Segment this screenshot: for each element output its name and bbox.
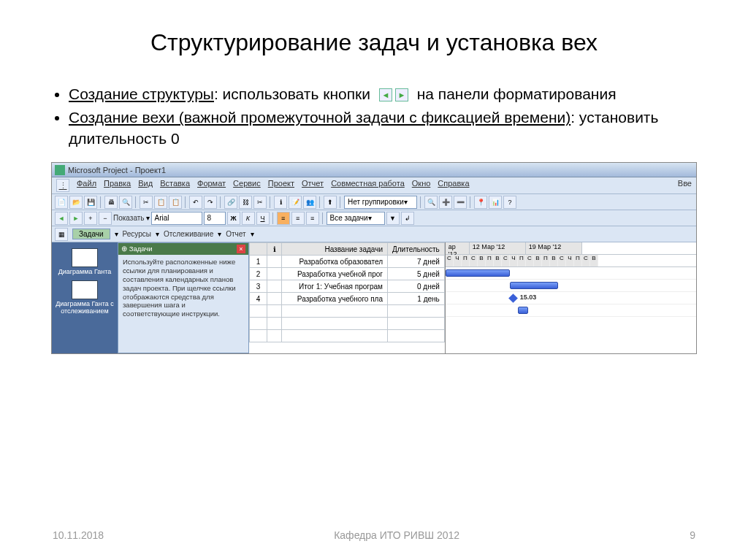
filter-dropdown[interactable]: Все задачи ▾ bbox=[327, 212, 385, 225]
table-row: 4Разработка учебного пла1 день bbox=[250, 293, 445, 305]
menu-view[interactable]: Вид bbox=[138, 179, 153, 192]
entry-field-label: Вве bbox=[678, 179, 692, 192]
indent-icon: ► bbox=[395, 88, 408, 101]
menubar-handle-icon: ⋮ bbox=[56, 179, 69, 192]
help-header: ⊕ Задачи × bbox=[118, 243, 248, 255]
size-dropdown[interactable]: 8 bbox=[204, 212, 226, 225]
menu-tools[interactable]: Сервис bbox=[233, 179, 261, 192]
titlebar-text: Microsoft Project - Проект1 bbox=[68, 166, 166, 174]
gantt-week-3: 19 Мар '12 bbox=[526, 242, 582, 254]
paste-icon[interactable]: 📋 bbox=[169, 196, 182, 209]
redo-icon[interactable]: ↷ bbox=[204, 196, 217, 209]
new-icon[interactable]: 📄 bbox=[55, 196, 68, 209]
help-icon[interactable]: ? bbox=[503, 196, 516, 209]
align-left-icon[interactable]: ≡ bbox=[277, 212, 290, 225]
help-body: Используйте расположенные ниже ссылки дл… bbox=[123, 258, 244, 318]
col-info: ℹ bbox=[267, 243, 282, 256]
assign-icon[interactable]: 👥 bbox=[303, 196, 316, 209]
excel-icon[interactable]: 📊 bbox=[489, 196, 502, 209]
copy-icon[interactable]: 📋 bbox=[154, 196, 167, 209]
help-title: Задачи bbox=[129, 245, 153, 253]
link-icon[interactable]: 🔗 bbox=[224, 196, 237, 209]
guide-bar: ▦ Задачи▾ Ресурсы▾ Отслеживание▾ Отчет▾ bbox=[52, 226, 696, 242]
grid-area: ℹ Название задачи Длительность 1Разработ… bbox=[249, 242, 696, 353]
indent-icons: ◄ ► bbox=[379, 88, 408, 101]
unlink-icon[interactable]: ⛓ bbox=[239, 196, 252, 209]
menu-project[interactable]: Проект bbox=[268, 179, 294, 192]
guide-tracking-button[interactable]: Отслеживание bbox=[164, 230, 213, 238]
zoom-icon[interactable]: 🔍 bbox=[424, 196, 438, 209]
gantt-week-1: ар '12 bbox=[446, 242, 470, 254]
info-icon[interactable]: ℹ bbox=[274, 196, 287, 209]
slide-footer: 10.11.2018 Кафедра ИТО РИВШ 2012 9 bbox=[0, 529, 748, 541]
save-icon[interactable]: 💾 bbox=[84, 196, 97, 209]
menu-collab[interactable]: Совместная работа bbox=[331, 179, 405, 192]
bullet-1-underline: Создание структуры bbox=[69, 85, 214, 102]
gantt-chart[interactable]: ар '12 12 Мар '12 19 Мар '12 СЧПСВПВСЧПС… bbox=[446, 242, 696, 353]
footer-center: Кафедра ИТО РИВШ 2012 bbox=[334, 529, 459, 541]
show-label[interactable]: Показать bbox=[113, 214, 145, 222]
menu-file[interactable]: Файл bbox=[77, 179, 96, 192]
bullet-1: Создание структуры: использовать кнопки … bbox=[69, 84, 697, 104]
standard-toolbar: 📄 📂 💾 🖶 🔍 ✂ 📋 📋 ↶ ↷ 🔗 ⛓ ✂ ℹ 📝 👥 ⬆ Нет г bbox=[52, 194, 696, 210]
underline-button[interactable]: Ч bbox=[256, 212, 270, 225]
col-rownum bbox=[250, 243, 267, 256]
goto-icon[interactable]: 📍 bbox=[474, 196, 487, 209]
wrap-icon[interactable]: ↲ bbox=[401, 212, 414, 225]
tracking-gantt-view-icon[interactable] bbox=[72, 280, 98, 299]
menu-format[interactable]: Формат bbox=[197, 179, 226, 192]
publish-icon[interactable]: ⬆ bbox=[324, 196, 337, 209]
titlebar: Microsoft Project - Проект1 bbox=[52, 163, 696, 177]
menu-report[interactable]: Отчет bbox=[302, 179, 324, 192]
menu-edit[interactable]: Правка bbox=[104, 179, 131, 192]
bullet-2-underline: Создание вехи (важной промежуточной зада… bbox=[69, 109, 570, 126]
gantt-week-2: 12 Мар '12 bbox=[470, 242, 526, 254]
tracking-gantt-view-label: Диаграмма Ганта с отслеживанием bbox=[55, 301, 115, 315]
align-center-icon[interactable]: ≡ bbox=[291, 212, 305, 225]
split-icon[interactable]: ✂ bbox=[253, 196, 267, 209]
gantt-bar-2[interactable] bbox=[510, 282, 558, 289]
open-icon[interactable]: 📂 bbox=[69, 196, 83, 209]
undo-icon[interactable]: ↶ bbox=[189, 196, 202, 209]
italic-button[interactable]: К bbox=[242, 212, 255, 225]
gantt-view-icon[interactable] bbox=[72, 248, 98, 267]
bullet-2: Создание вехи (важной промежуточной зада… bbox=[69, 107, 697, 149]
table-row: 2Разработка учебной прог5 дней bbox=[250, 268, 445, 280]
zoomin-icon[interactable]: ➕ bbox=[439, 196, 452, 209]
minus-icon[interactable]: − bbox=[99, 212, 112, 225]
guide-resources-button[interactable]: Ресурсы bbox=[123, 230, 151, 238]
gantt-bar-1[interactable] bbox=[446, 269, 510, 277]
task-grid[interactable]: ℹ Название задачи Длительность 1Разработ… bbox=[249, 242, 445, 342]
menu-window[interactable]: Окно bbox=[412, 179, 431, 192]
workspace: Диаграмма Ганта Диаграмма Ганта с отслеж… bbox=[52, 242, 696, 353]
table-row bbox=[250, 318, 445, 330]
preview-icon[interactable]: 🔍 bbox=[119, 196, 132, 209]
plus-icon[interactable]: + bbox=[84, 212, 97, 225]
gantt-milestone[interactable] bbox=[508, 294, 518, 303]
menu-insert[interactable]: Вставка bbox=[160, 179, 190, 192]
guide-toggle-icon[interactable]: ▦ bbox=[55, 228, 68, 241]
bullet-1-text-b: на панели форматирования bbox=[417, 85, 617, 102]
cut-icon[interactable]: ✂ bbox=[140, 196, 153, 209]
note-icon[interactable]: 📝 bbox=[289, 196, 302, 209]
outdent-button[interactable]: ◄ bbox=[55, 212, 68, 225]
menubar: ⋮ Файл Правка Вид Вставка Формат Сервис … bbox=[52, 177, 696, 194]
outdent-icon: ◄ bbox=[379, 88, 392, 101]
footer-page: 9 bbox=[690, 529, 695, 541]
guide-tasks-button[interactable]: Задачи bbox=[72, 229, 110, 239]
autofilter-icon[interactable]: ▼ bbox=[386, 212, 400, 225]
bullet-1-text-a: : использовать кнопки bbox=[214, 85, 370, 102]
msproject-window: Microsoft Project - Проект1 ⋮ Файл Правк… bbox=[51, 162, 697, 354]
indent-button[interactable]: ► bbox=[69, 212, 83, 225]
group-dropdown[interactable]: Нет группировки ▾ bbox=[344, 196, 417, 209]
font-dropdown[interactable]: Arial bbox=[151, 212, 202, 225]
bold-button[interactable]: Ж bbox=[227, 212, 240, 225]
zoomout-icon[interactable]: ➖ bbox=[454, 196, 467, 209]
print-icon[interactable]: 🖶 bbox=[104, 196, 118, 209]
menu-help[interactable]: Справка bbox=[438, 179, 469, 192]
gantt-days-row: СЧПСВПВСЧПСВПВСЧПСВ bbox=[446, 255, 696, 267]
align-right-icon[interactable]: ≡ bbox=[306, 212, 319, 225]
guide-report-button[interactable]: Отчет bbox=[226, 230, 245, 238]
gantt-bar-4[interactable] bbox=[518, 307, 528, 314]
close-icon[interactable]: × bbox=[237, 245, 245, 253]
